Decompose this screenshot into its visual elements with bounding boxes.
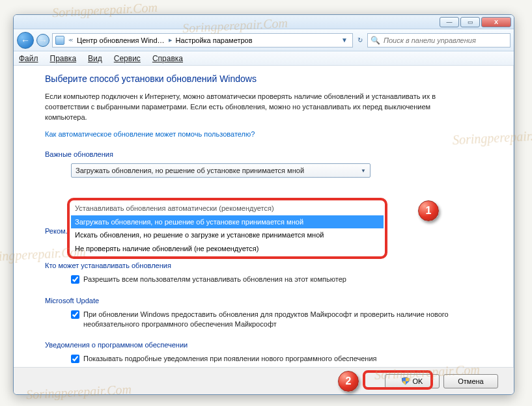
section-ms-update: Microsoft Update [45,297,494,304]
footer: OK Отмена [14,367,514,394]
menubar: Файл Правка Вид Сервис Справка [14,51,514,66]
page-title: Выберите способ установки обновлений Win… [45,74,494,84]
help-link[interactable]: Как автоматическое обновление может помо… [45,130,255,138]
intro-text: Если компьютер подключен к Интернету, мо… [45,92,462,123]
dd-option-never[interactable]: Не проверять наличие обновлений (не реко… [71,242,384,256]
who-checkbox[interactable] [71,275,79,284]
chevron-right-icon: ▶ [169,38,172,43]
annotation-badge-1: 1 [418,200,439,221]
close-button[interactable]: X [481,17,511,27]
cancel-button[interactable]: Отмена [443,374,498,388]
maximize-button[interactable]: ▭ [460,17,480,27]
breadcrumb[interactable]: ≪ Центр обновления Wind… ▶ Настройка пар… [52,33,353,47]
ok-label: OK [413,377,423,385]
dd-option-auto[interactable]: Устанавливать обновления автоматически (… [71,202,384,215]
combobox-dropdown: Устанавливать обновления автоматически (… [67,198,387,259]
section-who-can-install: Кто может устанавливать обновления [45,262,494,269]
who-label: Разрешить всем пользователям устанавлива… [83,275,346,284]
search-input[interactable] [384,36,507,44]
search-bar: 🔍 [367,33,511,47]
back-button[interactable]: ← [17,32,34,49]
menu-tools[interactable]: Сервис [114,54,141,63]
shield-icon [402,377,410,385]
dd-option-download[interactable]: Загружать обновления, но решение об уста… [71,215,384,229]
dd-option-find[interactable]: Искать обновления, но решение о загрузке… [71,228,384,242]
menu-file[interactable]: Файл [19,54,38,63]
checkbox-row-msupdate[interactable]: При обновлении Windows предоставить обно… [71,310,462,330]
search-icon: 🔍 [371,36,380,45]
menu-view[interactable]: Вид [88,54,102,63]
menu-edit[interactable]: Правка [50,54,77,63]
notify-checkbox[interactable] [71,355,79,363]
address-toolbar: ← → ≪ Центр обновления Wind… ▶ Настройка… [14,29,514,51]
crumb-2[interactable]: Настройка параметров [176,36,253,44]
titlebar: — ▭ X [14,15,514,29]
chevron-icon: ≪ [68,38,73,43]
notify-label: Показывать подробные уведомления при поя… [83,354,377,364]
menu-help[interactable]: Справка [152,54,183,63]
msupdate-checkbox[interactable] [71,310,79,319]
minimize-button[interactable]: — [440,17,459,27]
update-mode-combobox[interactable]: Загружать обновления, но решение об уста… [71,163,371,178]
section-notifications: Уведомления о программном обеспечении [45,341,494,349]
checkbox-row-who[interactable]: Разрешить всем пользователям устанавлива… [71,275,462,284]
checkbox-row-notify[interactable]: Показывать подробные уведомления при поя… [71,354,462,364]
refresh-button[interactable]: ↻ [356,36,365,44]
content-area: Выберите способ установки обновлений Win… [14,66,514,367]
control-panel-icon [55,36,64,45]
msupdate-label: При обновлении Windows предоставить обно… [83,310,462,330]
combobox-value: Загружать обновления, но решение об уста… [76,167,304,174]
annotation-badge-2: 2 [338,371,359,392]
forward-button[interactable]: → [36,34,49,47]
crumb-1[interactable]: Центр обновления Wind… [77,36,165,44]
section-important-updates: Важные обновления [45,150,494,158]
settings-window: — ▭ X ← → ≪ Центр обновления Wind… ▶ Нас… [13,14,514,395]
address-dropdown-icon[interactable]: ▼ [339,36,350,44]
ok-button[interactable]: OK [385,374,440,388]
